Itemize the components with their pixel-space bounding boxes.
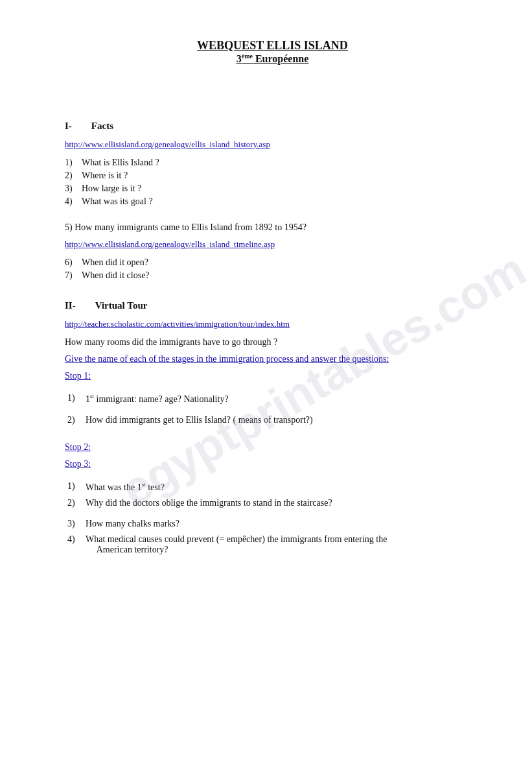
section2-label: Virtual Tour — [95, 300, 148, 311]
q3-text: How large is it ? — [82, 184, 141, 194]
main-title: WEBQUEST ELLIS ISLAND — [65, 39, 480, 53]
q6-text: When did it open? — [82, 257, 148, 268]
question5: 5) How many immigrants came to Ellis Isl… — [65, 222, 480, 233]
stop1-q1-text: 1st immigrant: name? age? Nationality? — [86, 393, 229, 405]
stop1-q2-text: How did immigrants get to Ellis Island? … — [86, 415, 313, 425]
link2[interactable]: http://www.ellisisland.org/genealogy/ell… — [65, 239, 480, 250]
title-section: WEBQUEST ELLIS ISLAND 3ème Européenne — [65, 39, 480, 65]
stop3-q4-text: What medical causes could prevent (= emp… — [86, 534, 387, 555]
stop3-q1-num: 1) — [67, 481, 82, 493]
give-text: Give the name of each of the stages in t… — [65, 354, 480, 364]
list-item: 2) Where is it ? — [65, 171, 480, 181]
stop1-q1: 1) 1st immigrant: name? age? Nationality… — [67, 393, 480, 405]
questions-list-2: 6) When did it open? 7) When did it clos… — [65, 257, 480, 281]
subtitle: 3ème Européenne — [65, 53, 480, 65]
subtitle-sup: ème — [242, 53, 253, 60]
section2-header: II- Virtual Tour — [65, 300, 480, 311]
q7-num: 7) — [65, 270, 78, 281]
stop1-q1-num: 1) — [67, 393, 82, 405]
stop3-q4-num: 4) — [67, 534, 82, 555]
stop2-label: Stop 2: — [65, 442, 480, 453]
list-item: 3) How large is it ? — [65, 184, 480, 194]
stop3-q2-num: 2) — [67, 498, 82, 508]
q1-text: What is Ellis Island ? — [82, 158, 159, 168]
link1[interactable]: http://www.ellisisland.org/genealogy/ell… — [65, 139, 480, 150]
list-item: 7) When did it close? — [65, 270, 480, 281]
q4-text: What was its goal ? — [82, 196, 153, 207]
stop3-q2-text: Why did the doctors oblige the immigrant… — [86, 498, 332, 508]
q6-num: 6) — [65, 257, 78, 268]
stop3-q1: 1) What was the 1st test? — [67, 481, 480, 493]
q3-num: 3) — [65, 184, 78, 194]
stop1-q2-num: 2) — [67, 415, 82, 425]
section1-num: I- — [65, 121, 72, 132]
stop3-q1-text: What was the 1st test? — [86, 481, 165, 493]
subtitle-prefix: 3 — [237, 53, 242, 64]
rooms-question: How many rooms did the immigrants have t… — [65, 337, 480, 348]
list-item: 6) When did it open? — [65, 257, 480, 268]
subtitle-suffix: Européenne — [253, 53, 308, 64]
section1-header: I- Facts — [65, 121, 480, 132]
section2-num: II- — [65, 300, 76, 311]
stop3-q2: 2) Why did the doctors oblige the immigr… — [67, 498, 480, 508]
stop1-label: Stop 1: — [65, 371, 480, 381]
q2-num: 2) — [65, 171, 78, 181]
link3[interactable]: http://teacher.scholastic.com/activities… — [65, 319, 480, 329]
list-item: 1) What is Ellis Island ? — [65, 158, 480, 168]
section1-label: Facts — [91, 121, 113, 132]
stop3-q3-num: 3) — [67, 519, 82, 529]
list-item: 4) What was its goal ? — [65, 196, 480, 207]
stop1-q2: 2) How did immigrants get to Ellis Islan… — [67, 415, 480, 425]
stop3-q3: 3) How many chalks marks? — [67, 519, 480, 529]
stop3-label: Stop 3: — [65, 459, 480, 469]
q1-num: 1) — [65, 158, 78, 168]
q4-num: 4) — [65, 196, 78, 207]
stop3-q3-text: How many chalks marks? — [86, 519, 179, 529]
q2-text: Where is it ? — [82, 171, 128, 181]
stop3-q4: 4) What medical causes could prevent (= … — [67, 534, 480, 555]
questions-list-1: 1) What is Ellis Island ? 2) Where is it… — [65, 158, 480, 207]
q7-text: When did it close? — [82, 270, 150, 281]
